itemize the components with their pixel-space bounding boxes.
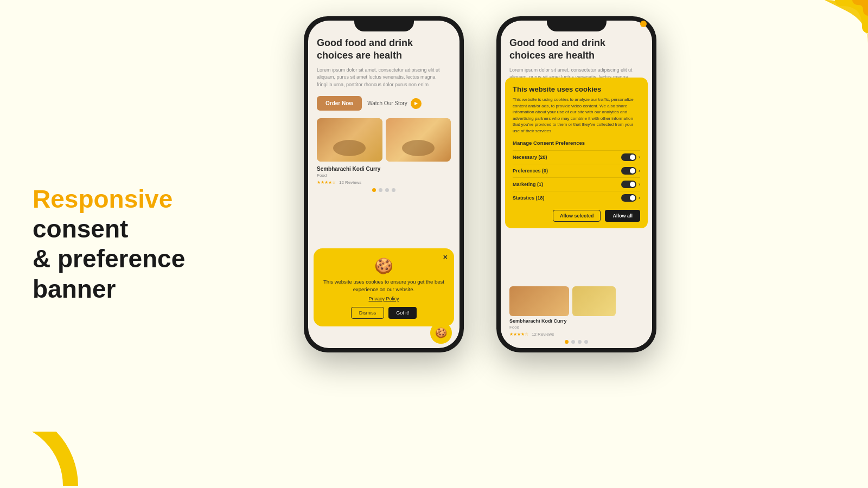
phone-1-cta: Order Now Watch Our Story ▶ — [317, 96, 451, 111]
hero-text-block: Responsive consent& preference banner — [33, 184, 271, 304]
dot-p2-2 — [571, 340, 575, 344]
privacy-policy-link[interactable]: Privacy Policy — [321, 296, 446, 301]
food-image-1 — [317, 118, 382, 162]
chevron-statistics[interactable]: › — [639, 195, 640, 201]
pref-row-statistics: Statistics (18) › — [513, 191, 640, 204]
dot-1 — [372, 188, 376, 192]
cookie-buttons: Dismiss Got it! — [321, 307, 446, 319]
dot-p2-3 — [578, 340, 582, 344]
hero-highlight: Responsive — [33, 185, 173, 213]
cookie-banner-text: This website uses cookies to ensure you … — [321, 278, 446, 293]
hero-rest: consent& preference banner — [33, 215, 185, 303]
bowl-art-1 — [317, 118, 382, 162]
watch-story-label: Watch Our Story — [367, 100, 407, 106]
chevron-marketing[interactable]: › — [639, 182, 640, 187]
chevron-necessary[interactable]: › — [639, 155, 640, 160]
phone-2-food-name: Sembharachi Kodi Curry — [509, 318, 643, 324]
toggle-necessary[interactable] — [621, 153, 636, 161]
phone-2-bottom: Sembharachi Kodi Curry Food ★★★★☆ 12 Rev… — [501, 282, 652, 348]
manage-consent-title: Manage Consent Preferences — [513, 140, 640, 146]
reviews-count: 12 Reviews — [339, 180, 361, 185]
cookie-banner: × 🍪 This website uses cookies to ensure … — [314, 248, 454, 326]
phone-2-food-img-2 — [572, 286, 616, 316]
toggle-preferences[interactable] — [621, 167, 636, 175]
dot-p2-1 — [565, 340, 569, 344]
phone-1-body: Lorem ipsum dolor sit amet, consectetur … — [317, 67, 451, 89]
bowl-art-2 — [386, 118, 451, 162]
pref-row-necessary: Necessary (28) › — [513, 150, 640, 164]
phone-1-notch — [354, 16, 414, 31]
phone-2-food-cat: Food — [509, 325, 643, 330]
dot-4 — [392, 188, 395, 192]
pref-row-marketing: Marketing (1) › — [513, 177, 640, 191]
chevron-preferences[interactable]: › — [639, 168, 640, 174]
phone-2-title: Good food and drinkchoices are health — [509, 37, 643, 62]
pref-preferences-right: › — [621, 167, 640, 175]
order-now-button[interactable]: Order Now — [317, 96, 362, 111]
dismiss-button[interactable]: Dismiss — [351, 307, 385, 319]
pref-marketing-label: Marketing (1) — [513, 182, 543, 187]
phone-1-screen: Good food and drink choices are health L… — [308, 21, 459, 348]
dot-2 — [379, 188, 382, 192]
deco-dot-orange — [640, 21, 647, 27]
phone-2-stars: ★★★★☆ 12 Reviews — [509, 332, 643, 337]
pref-necessary-right: › — [621, 153, 640, 161]
dots-nav-1 — [317, 185, 451, 194]
phone-2-reviews: 12 Reviews — [532, 332, 554, 337]
pref-statistics-label: Statistics (18) — [513, 195, 545, 201]
phone-2-screen: Good food and drinkchoices are health Lo… — [501, 21, 652, 348]
deco-bottom-left — [0, 377, 108, 488]
pref-action-buttons: Allow selected Allow all — [513, 210, 640, 222]
pref-panel-title: This website uses cookies — [513, 85, 640, 93]
pref-statistics-right: › — [621, 194, 640, 202]
food-image-2 — [386, 118, 451, 162]
deco-top-right — [781, 0, 868, 67]
phone-1: Good food and drink choices are health L… — [304, 16, 464, 352]
phone-1-title: Good food and drink choices are health — [317, 37, 451, 62]
pref-preferences-label: Preferences (0) — [513, 168, 548, 174]
toggle-statistics[interactable] — [621, 194, 636, 202]
preferences-panel: This website uses cookies This website i… — [505, 78, 648, 228]
food-card-cat: Food — [317, 173, 451, 178]
watch-story-button[interactable]: Watch Our Story ▶ — [367, 98, 422, 109]
dot-3 — [385, 188, 389, 192]
stars-row: ★★★★☆ 12 Reviews — [317, 180, 451, 185]
food-card-name: Sembharachi Kodi Curry — [317, 166, 451, 172]
phone-2-notch — [547, 16, 607, 31]
pref-necessary-label: Necessary (28) — [513, 155, 547, 160]
toggle-marketing[interactable] — [621, 181, 636, 188]
allow-all-button[interactable]: Allow all — [605, 210, 640, 222]
pref-panel-desc: This website is using cookies to analyze… — [513, 97, 640, 134]
dots-nav-2 — [509, 337, 643, 346]
cookie-close-button[interactable]: × — [443, 253, 448, 261]
allow-selected-button[interactable]: Allow selected — [553, 210, 601, 222]
pref-marketing-right: › — [621, 181, 640, 188]
food-images-row — [317, 118, 451, 162]
phones-container: Good food and drink choices are health L… — [304, 16, 656, 352]
phone-2-food-img-1 — [509, 286, 569, 316]
cookie-icon: 🍪 — [321, 257, 446, 275]
phone-2: Good food and drinkchoices are health Lo… — [496, 16, 656, 352]
gotit-button[interactable]: Got it! — [388, 307, 417, 319]
pref-row-preferences: Preferences (0) › — [513, 164, 640, 177]
dot-p2-4 — [584, 340, 588, 344]
play-icon: ▶ — [411, 98, 422, 109]
